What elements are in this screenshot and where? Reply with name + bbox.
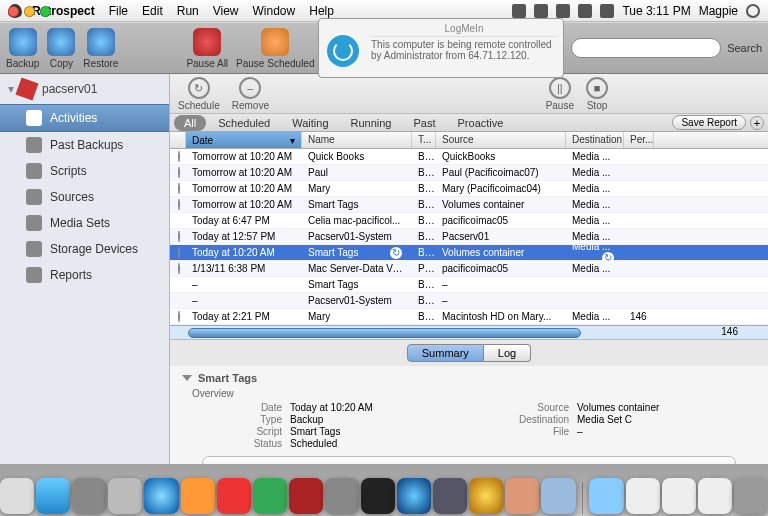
cell-destination: Media ... [566,199,624,210]
sidebar-item-past-backups[interactable]: Past Backups [0,132,169,158]
sidebar-item-scripts[interactable]: Scripts [0,158,169,184]
menu-view[interactable]: View [213,4,239,18]
cell-type: Ba... [412,167,436,178]
pause-scheduled-button[interactable]: Pause Scheduled [236,28,314,69]
cell-date: Tomorrow at 10:20 AM [186,151,302,162]
dock-app-icon[interactable] [253,478,287,514]
schedule-button[interactable]: ↻Schedule [178,77,220,111]
menubar-user[interactable]: Magpie [699,4,738,18]
filter-tab-all[interactable]: All [174,115,206,131]
filter-tab-proactive[interactable]: Proactive [448,115,514,131]
menuextra-icon[interactable] [556,4,570,18]
dock-app-icon[interactable] [181,478,215,514]
tab-log[interactable]: Log [484,344,531,362]
search-input[interactable] [571,38,721,58]
col-type[interactable]: T... [412,132,436,148]
menuextra-icon[interactable] [512,4,526,18]
add-button[interactable]: + [750,116,764,130]
horizontal-scrollbar[interactable]: 146 [170,325,768,339]
dock-stack-icon[interactable] [698,478,732,514]
col-destination[interactable]: Destination [566,132,624,148]
dock-app-icon[interactable] [541,478,575,514]
sidebar-item-sources[interactable]: Sources [0,184,169,210]
cell-type: Ba... [412,247,436,258]
sidebar-item-storage-devices[interactable]: Storage Devices [0,236,169,262]
menu-run[interactable]: Run [177,4,199,18]
spotlight-icon[interactable] [746,4,760,18]
backup-button[interactable]: Backup [6,28,39,69]
table-row[interactable]: Today at 10:20 AMSmart Tags↻Ba...Volumes… [170,245,768,261]
table-row[interactable]: Today at 6:47 PMCelia mac-pacificol...Ba… [170,213,768,229]
dock-app-icon[interactable] [0,478,34,514]
col-status[interactable] [170,132,186,148]
menuextra-icon[interactable] [534,4,548,18]
table-row[interactable]: Tomorrow at 10:20 AMPaulBa...Paul (Pacif… [170,165,768,181]
cell-source: – [436,295,566,306]
filter-tab-waiting[interactable]: Waiting [282,115,338,131]
table-header: Date▾ Name T... Source Destination Per..… [170,132,768,149]
dock-app-icon[interactable] [72,478,106,514]
menuextra-icon[interactable] [600,4,614,18]
dock-app-icon[interactable] [505,478,539,514]
tab-summary[interactable]: Summary [407,344,484,362]
pause-all-button[interactable]: Pause All [186,28,228,69]
cell-destination: Media ... [566,311,624,322]
dock-stack-icon[interactable] [662,478,696,514]
window-traffic-lights [8,6,51,17]
filter-tab-running[interactable]: Running [341,115,402,131]
copy-button[interactable]: Copy [47,28,75,69]
zoom-window-button[interactable] [40,6,51,17]
menuextra-icon[interactable] [578,4,592,18]
table-row[interactable]: Today at 2:21 PMMaryBa...Macintosh HD on… [170,309,768,325]
menu-help[interactable]: Help [309,4,334,18]
menu-file[interactable]: File [109,4,128,18]
filter-tab-past[interactable]: Past [404,115,446,131]
dock-separator [582,482,584,514]
table-row[interactable]: –Smart TagsBa...– [170,277,768,293]
save-report-button[interactable]: Save Report [672,115,746,130]
dock-stack-icon[interactable] [626,478,660,514]
dock-trash-icon[interactable] [734,478,768,514]
sidebar-item-media-sets[interactable]: Media Sets [0,210,169,236]
status-icon [178,263,180,274]
menubar-clock[interactable]: Tue 3:11 PM [622,4,690,18]
dock-app-icon[interactable] [289,478,323,514]
filter-tab-scheduled[interactable]: Scheduled [208,115,280,131]
cell-date: Tomorrow at 10:20 AM [186,183,302,194]
dock-app-icon[interactable] [469,478,503,514]
logmein-icon [327,35,359,67]
col-name[interactable]: Name [302,132,412,148]
dock-app-icon[interactable] [144,478,178,514]
minimize-window-button[interactable] [24,6,35,17]
pause-button[interactable]: ||Pause [546,77,574,111]
table-row[interactable]: Tomorrow at 10:20 AMMaryBa...Mary (Pacif… [170,181,768,197]
dock-folder-icon[interactable] [589,478,623,514]
menu-window[interactable]: Window [253,4,296,18]
table-row[interactable]: –Pacserv01-SystemBa...– [170,293,768,309]
col-performance[interactable]: Per... [624,132,654,148]
sidebar-item-reports[interactable]: Reports [0,262,169,288]
dock-app-icon[interactable] [433,478,467,514]
sidebar-item-activities[interactable]: Activities [0,104,169,132]
dock-itunes-icon[interactable] [397,478,431,514]
table-row[interactable]: Today at 12:57 PMPacserv01-SystemBa...Pa… [170,229,768,245]
dock-app-icon[interactable] [108,478,142,514]
stop-button[interactable]: ■Stop [586,77,608,111]
table-row[interactable]: Tomorrow at 10:20 AMQuick BooksBa...Quic… [170,149,768,165]
disclosure-triangle-icon[interactable]: ▾ [8,82,14,96]
col-date[interactable]: Date▾ [186,132,302,148]
menu-edit[interactable]: Edit [142,4,163,18]
close-window-button[interactable] [8,6,19,17]
disclosure-icon[interactable] [182,375,192,381]
dock-finder-icon[interactable] [36,478,70,514]
dock-app-icon[interactable] [217,478,251,514]
table-row[interactable]: Tomorrow at 10:20 AMSmart TagsBa...Volum… [170,197,768,213]
restore-button[interactable]: Restore [83,28,118,69]
dock-terminal-icon[interactable] [361,478,395,514]
remove-button[interactable]: –Remove [232,77,269,111]
sidebar-server[interactable]: ▾ pacserv01 [0,74,169,104]
dock-app-icon[interactable] [325,478,359,514]
scrollbar-thumb[interactable] [188,328,581,338]
col-source[interactable]: Source [436,132,566,148]
table-row[interactable]: 1/13/11 6:38 PMMac Server-Data Vol...Pr.… [170,261,768,277]
